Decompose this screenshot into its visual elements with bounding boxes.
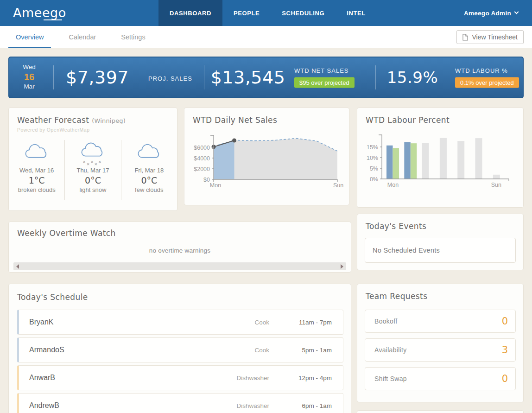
labour-chart-title: WTD Labour Percent	[357, 108, 523, 125]
employee-role: Cook	[214, 319, 269, 326]
scroll-left-icon[interactable]	[16, 264, 19, 269]
weather-day-date: Thu, Mar 17	[65, 167, 120, 174]
nav-tab-people[interactable]: PEOPLE	[222, 0, 271, 26]
weather-day: ✕ ✕ ✕✕ ✕ Thu, Mar 17 0°C light snow	[64, 140, 120, 200]
main-nav: DASHBOARD PEOPLE SCHEDULING INTEL	[158, 0, 377, 26]
tab-overview[interactable]: Overview	[8, 26, 51, 48]
tab-settings[interactable]: Settings	[114, 26, 152, 48]
overtime-watch-card: Weekly Overtime Watch no overtime warnin…	[8, 222, 351, 273]
weather-title: Weather Forecast (Winnipeg)	[9, 108, 177, 125]
overtime-title: Weekly Overtime Watch	[9, 222, 351, 238]
view-timesheet-button[interactable]: View Timesheet	[456, 30, 524, 44]
employee-role: Cook	[214, 347, 269, 354]
nav-tab-intel[interactable]: INTEL	[336, 0, 377, 26]
weather-day-desc: few clouds	[121, 186, 177, 193]
request-row-availability[interactable]: Availability 3	[365, 338, 516, 362]
shift-time: 12pm - 4pm	[269, 375, 332, 381]
nav-tab-dashboard[interactable]: DASHBOARD	[158, 0, 222, 26]
snowflakes: ✕ ✕ ✕✕ ✕	[65, 161, 120, 165]
no-events-box: No Scheduled Events	[365, 238, 516, 263]
svg-text:15%: 15%	[367, 144, 378, 151]
net-sales-value: $13,545	[204, 67, 292, 88]
weather-day-desc: light snow	[65, 186, 120, 193]
request-count: 0	[502, 316, 508, 327]
svg-text:$0: $0	[203, 177, 210, 183]
weather-day-temp: 0°C	[121, 175, 177, 185]
request-label: Bookoff	[374, 318, 397, 325]
svg-text:$6000: $6000	[194, 145, 210, 151]
weather-day-temp: 1°C	[9, 175, 64, 185]
weather-days: Wed, Mar 16 1°C broken clouds ✕ ✕ ✕✕ ✕ T…	[9, 140, 177, 200]
labour-chart-card: WTD Labour Percent 0%5%10%15%MonSun	[357, 108, 524, 208]
request-label: Shift Swap	[374, 375, 407, 382]
net-sales-chart-card: WTD Daily Net Sales $0$2000$4000$6000Mon…	[184, 108, 349, 205]
svg-text:10%: 10%	[367, 155, 378, 161]
proj-sales-label: PROJ. SALES	[148, 75, 192, 82]
svg-text:5%: 5%	[370, 165, 378, 172]
employee-role: Dishwasher	[214, 402, 269, 409]
employee-name: AnwarB	[29, 374, 214, 382]
chevron-down-icon	[514, 9, 519, 14]
svg-text:Mon: Mon	[210, 182, 221, 189]
stats-bar: Wed 16 Mar $7,397 PROJ. SALES $13,545 WT…	[8, 57, 524, 98]
labour-value: 15.9%	[375, 68, 450, 87]
team-requests-title: Team Requests	[357, 284, 523, 301]
svg-text:$2000: $2000	[194, 166, 210, 172]
team-requests-rows: Bookoff 0 Availability 3 Shift Swap 0	[357, 301, 523, 390]
labour-badge: 0.1% over projected	[455, 77, 519, 88]
weather-day-date: Wed, Mar 16	[9, 167, 64, 174]
overtime-message: no overtime warnings	[9, 247, 351, 254]
ameego-logo[interactable]: Ameego	[13, 6, 66, 20]
weather-location: (Winnipeg)	[92, 117, 126, 124]
date-month: Mar	[17, 83, 42, 91]
sub-navbar: Overview Calendar Settings View Timeshee…	[0, 26, 532, 48]
weather-day: Fri, Mar 18 0°C few clouds	[121, 140, 177, 200]
svg-text:Sun: Sun	[491, 182, 501, 188]
schedule-row: BryanK Cook 11am - 7pm	[17, 310, 343, 335]
schedule-row: ArmandoS Cook 5pm - 1am	[17, 337, 343, 362]
svg-text:$4000: $4000	[194, 155, 210, 162]
weather-day: Wed, Mar 16 1°C broken clouds	[9, 140, 64, 200]
top-navbar: Ameego DASHBOARD PEOPLE SCHEDULING INTEL…	[0, 0, 532, 26]
request-count: 3	[502, 344, 508, 356]
request-label: Availability	[374, 346, 407, 354]
request-row-bookoff[interactable]: Bookoff 0	[365, 310, 516, 333]
document-icon	[462, 34, 468, 41]
shift-time: 5pm - 1am	[269, 347, 332, 354]
net-sales-area-chart: $0$2000$4000$6000MonSun	[186, 132, 348, 202]
labour-label: WTD LABOUR %	[455, 67, 519, 74]
employee-role: Dishwasher	[214, 375, 269, 381]
scroll-right-icon[interactable]	[341, 264, 343, 269]
nav-tab-scheduling[interactable]: SCHEDULING	[271, 0, 336, 26]
tab-calendar[interactable]: Calendar	[61, 26, 103, 48]
net-sales-label: WTD NET SALES	[294, 67, 355, 74]
cloud-icon	[134, 140, 165, 160]
weather-day-temp: 0°C	[65, 175, 120, 185]
employee-name: BryanK	[29, 318, 214, 326]
net-sales-chart-title: WTD Daily Net Sales	[184, 108, 349, 125]
events-card: Today's Events No Scheduled Events	[357, 214, 524, 270]
next-card-sliver	[357, 410, 524, 413]
weather-title-text: Weather Forecast	[17, 115, 89, 125]
date-weekday: Wed	[17, 64, 42, 71]
weather-day-date: Fri, Mar 18	[121, 167, 177, 174]
user-menu[interactable]: Ameego Admin	[464, 0, 518, 26]
weather-day-desc: broken clouds	[9, 186, 64, 193]
schedule-title: Today's Schedule	[9, 284, 351, 302]
employee-name: ArmandoS	[29, 346, 214, 354]
shift-time: 11am - 7pm	[269, 319, 332, 326]
team-requests-card: Team Requests Bookoff 0 Availability 3 S…	[357, 284, 524, 402]
date-badge: Wed 16 Mar	[17, 64, 42, 91]
events-title: Today's Events	[357, 214, 523, 231]
labour-stack: WTD LABOUR % 0.1% over projected	[455, 67, 519, 88]
view-timesheet-label: View Timesheet	[472, 33, 518, 41]
user-menu-label: Ameego Admin	[464, 10, 511, 17]
request-row-shift-swap[interactable]: Shift Swap 0	[365, 367, 516, 390]
net-sales-stack: WTD NET SALES $95 over projected	[294, 67, 355, 88]
schedule-row: AndrewB Dishwasher 6pm - 1am	[17, 393, 343, 413]
schedule-row: AnwarB Dishwasher 12pm - 4pm	[17, 365, 343, 390]
schedule-card: Today's Schedule BryanK Cook 11am - 7pm …	[8, 284, 351, 413]
shift-time: 6pm - 1am	[269, 402, 332, 409]
weather-powered-by: Powered by OpenWeatherMap	[9, 125, 177, 133]
horizontal-scrollbar[interactable]	[13, 262, 346, 270]
